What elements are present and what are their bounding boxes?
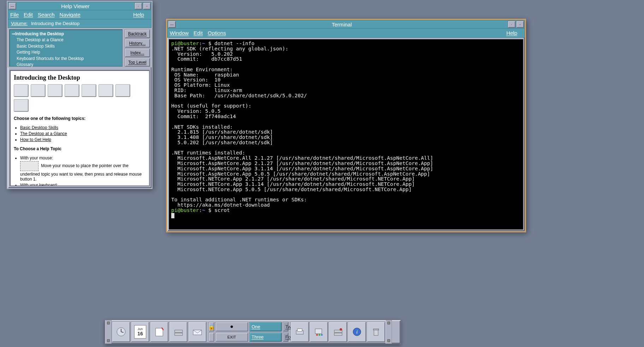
help-nav-tree[interactable]: ⇒Introducing the Desktop The Desktop at … — [9, 29, 123, 67]
backtrack-button[interactable]: Backtrack — [125, 29, 150, 38]
help-menubar: File Edit Search Navigate Help — [8, 10, 151, 19]
svg-rect-3 — [156, 328, 163, 336]
menu-help[interactable]: Help — [506, 30, 517, 36]
window-menu-button[interactable]: — — [168, 21, 176, 28]
svg-point-16 — [340, 328, 342, 331]
panel-right-handle[interactable] — [386, 320, 392, 343]
terminal-menubar: Window Edit Options Help — [167, 29, 525, 38]
minimize-button[interactable]: · — [135, 2, 142, 10]
menu-navigate[interactable]: Navigate — [60, 12, 80, 18]
doc-icon — [99, 84, 113, 97]
doc-icon — [65, 84, 79, 97]
workspace-switcher: 🔒 One Two ● Three Four EXIT — [208, 321, 290, 343]
lock-icon[interactable]: 🔒 — [209, 322, 214, 331]
help-volume-row: Volume: Introducing the Desktop — [8, 19, 151, 28]
mail-icon[interactable] — [188, 322, 207, 342]
doc-icon-row — [14, 84, 145, 112]
maximize-button[interactable]: ▫ — [516, 21, 524, 28]
trash-icon[interactable] — [367, 322, 385, 342]
doc-icon — [31, 84, 46, 97]
svg-rect-9 — [297, 329, 302, 331]
menu-options[interactable]: Options — [208, 30, 226, 36]
topic-link[interactable]: The Desktop at a Glance — [20, 131, 67, 136]
help-titlebar[interactable]: — Help Viewer · ▫ — [8, 2, 151, 10]
menu-search[interactable]: Search — [38, 12, 55, 18]
cal-day: 16 — [137, 331, 143, 336]
svg-rect-6 — [175, 333, 183, 335]
doc-icon — [48, 84, 62, 97]
mouse-icon — [20, 161, 38, 171]
svg-rect-5 — [175, 330, 183, 333]
doc-icon — [82, 84, 96, 97]
terminal-title: Terminal — [176, 22, 507, 28]
workspace-three-button[interactable]: Three — [249, 333, 282, 342]
svg-rect-20 — [373, 329, 378, 330]
history-button[interactable]: History... — [125, 39, 150, 48]
editor-icon[interactable] — [150, 322, 168, 342]
panel-left-handle[interactable] — [105, 320, 112, 343]
nav-item[interactable]: Keyboard Shortcuts for the Desktop — [12, 56, 120, 62]
mouse-label: With your mouse: — [20, 156, 53, 160]
svg-point-11 — [316, 334, 318, 336]
calendar-icon[interactable]: Jun 16 — [131, 322, 149, 342]
workspace-four-button[interactable]: Four — [283, 333, 288, 342]
svg-text:i: i — [356, 329, 358, 335]
volume-value: Introducing the Desktop — [31, 21, 79, 26]
index-button[interactable]: Index... — [125, 48, 150, 57]
doc-icon — [14, 84, 29, 97]
menu-file[interactable]: File — [10, 12, 19, 18]
nav-item[interactable]: Basic Desktop Skills — [12, 43, 120, 49]
nav-item[interactable]: The Desktop at a Glance — [12, 37, 120, 43]
svg-rect-15 — [334, 333, 342, 335]
window-menu-button[interactable]: — — [8, 2, 16, 10]
maximize-button[interactable]: ▫ — [143, 2, 151, 10]
svg-point-13 — [321, 334, 323, 336]
menu-help[interactable]: Help — [133, 12, 144, 18]
workspace-one-button[interactable]: One — [249, 322, 282, 331]
svg-rect-19 — [374, 329, 378, 335]
blank-button[interactable] — [209, 333, 214, 342]
workspace-two-button[interactable]: Two — [283, 322, 288, 331]
style-manager-icon[interactable] — [310, 322, 328, 342]
app-manager-icon[interactable] — [329, 322, 347, 342]
terminal-window: — Terminal · ▫ Window Edit Options Help … — [166, 19, 526, 232]
doc-icon — [14, 99, 29, 112]
doc-heading: Introducing the Desktop — [14, 74, 145, 81]
minimize-button[interactable]: · — [508, 21, 515, 28]
help-viewer-window: — Help Viewer · ▫ File Edit Search Navig… — [7, 1, 153, 189]
nav-item[interactable]: Getting Help — [12, 49, 120, 55]
menu-edit[interactable]: Edit — [193, 30, 203, 36]
busy-light-icon: ● — [215, 322, 248, 331]
file-manager-icon[interactable] — [169, 322, 187, 342]
kbd-label: With your keyboard: — [20, 183, 58, 186]
exit-icon[interactable]: EXIT — [215, 333, 248, 342]
menu-window[interactable]: Window — [170, 30, 189, 36]
to-choose-heading: To Choose a Help Topic — [14, 146, 61, 151]
svg-point-12 — [318, 334, 320, 336]
choose-label: Choose one of the following topics: — [14, 116, 85, 121]
help-content-pane[interactable]: Introducing the Desktop Choose one of th… — [10, 70, 150, 186]
nav-item[interactable]: Glossary — [12, 62, 120, 68]
nav-current[interactable]: Introducing the Desktop — [15, 31, 64, 36]
terminal-output[interactable]: pi@buster:~ $ dotnet --info .NET SDK (re… — [169, 39, 523, 230]
menu-edit[interactable]: Edit — [24, 12, 33, 18]
terminal-titlebar[interactable]: — Terminal · ▫ — [167, 20, 525, 29]
toplevel-button[interactable]: Top Level — [125, 58, 150, 67]
svg-rect-10 — [315, 329, 322, 334]
info-icon[interactable]: i — [348, 322, 366, 342]
topic-link[interactable]: Basic Desktop Skills — [20, 125, 58, 130]
topic-link[interactable]: How to Get Help — [20, 137, 51, 142]
printer-icon[interactable] — [291, 322, 309, 342]
cal-month: Jun — [138, 327, 143, 331]
help-title: Help Viewer — [17, 3, 134, 9]
clock-icon[interactable] — [112, 322, 130, 342]
front-panel: Jun 16 🔒 One Two ● Three Four EXIT i — [105, 319, 401, 344]
doc-icon — [115, 84, 130, 97]
volume-label: Volume: — [11, 21, 28, 26]
